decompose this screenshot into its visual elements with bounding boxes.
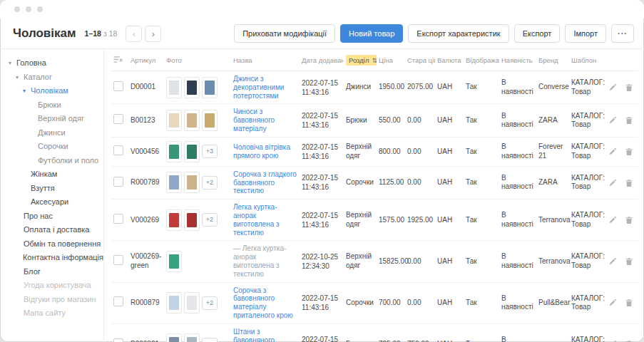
- sidebar-item[interactable]: Футболки и поло: [0, 154, 103, 168]
- product-photo[interactable]: [184, 110, 200, 131]
- sidebar-item[interactable]: Сорочки: [0, 140, 103, 154]
- window-control-close-icon[interactable]: [14, 6, 20, 12]
- row-checkbox[interactable]: [113, 114, 123, 124]
- product-name-link[interactable]: Чиноси з бавовняного матеріалу: [233, 108, 297, 133]
- sidebar-item[interactable]: Оплата і доставка: [0, 223, 103, 237]
- edit-icon[interactable]: [608, 257, 617, 266]
- more-photos-badge[interactable]: +2: [202, 213, 218, 227]
- row-checkbox[interactable]: [113, 255, 123, 265]
- row-checkbox[interactable]: [113, 214, 123, 224]
- sidebar-item[interactable]: Брюки: [0, 98, 103, 113]
- product-photo[interactable]: [184, 292, 200, 314]
- product-photo[interactable]: [166, 77, 182, 98]
- edit-icon[interactable]: [608, 216, 617, 224]
- product-photo[interactable]: [166, 333, 182, 342]
- sidebar-item[interactable]: Аксесуари: [0, 195, 103, 209]
- sidebar-item[interactable]: Контактна інформація: [0, 251, 103, 265]
- hide-modifications-button[interactable]: Приховати модифікації: [234, 24, 335, 43]
- product-photo[interactable]: [166, 209, 182, 231]
- product-name-link[interactable]: Штани з бавовняного матеріалу прямого кр…: [233, 328, 297, 342]
- table-row: R000879 +2 Сорочка з бавовняного матеріа…: [111, 282, 638, 323]
- delete-icon[interactable]: [625, 179, 633, 187]
- product-name-link[interactable]: Чоловіча вітрівка прямого крою: [233, 143, 297, 160]
- product-photo[interactable]: [202, 77, 218, 98]
- more-photos-badge[interactable]: +2: [202, 176, 218, 190]
- product-photo[interactable]: [166, 172, 182, 193]
- delete-icon[interactable]: [625, 257, 633, 266]
- product-photo[interactable]: [184, 77, 200, 98]
- row-checkbox[interactable]: [113, 81, 123, 91]
- pagination-prev-button[interactable]: ‹: [126, 26, 142, 42]
- pagination-next-button[interactable]: ›: [145, 26, 161, 42]
- chevron-down-icon[interactable]: ▾: [16, 71, 21, 85]
- edit-icon[interactable]: [608, 147, 617, 156]
- sidebar-item[interactable]: Обмін та повернення: [0, 237, 103, 252]
- delete-icon[interactable]: [625, 216, 633, 224]
- column-header-availability[interactable]: Наявність: [499, 49, 536, 71]
- new-product-button[interactable]: Новий товар: [340, 24, 403, 43]
- import-button[interactable]: Імпорт: [565, 24, 606, 43]
- edit-icon[interactable]: [608, 116, 617, 125]
- product-name-link[interactable]: — Легка куртка-анорак виготовлена з текс…: [233, 244, 297, 278]
- product-photo[interactable]: [184, 172, 200, 193]
- sidebar-item[interactable]: Про нас: [0, 209, 103, 224]
- sidebar-item[interactable]: ▾Чоловікам: [0, 84, 103, 98]
- column-header-photo[interactable]: Фото: [164, 49, 231, 71]
- column-header-display[interactable]: Відображати: [464, 49, 499, 71]
- product-photo[interactable]: [166, 141, 182, 162]
- export-button[interactable]: Експорт: [514, 24, 561, 43]
- product-name-link[interactable]: Сорочка з гладкого бавовняного текстилю: [233, 170, 297, 195]
- column-header-old-price[interactable]: Стара ціна: [405, 49, 435, 71]
- product-name-link[interactable]: Джинси з декоративними потертостями: [233, 75, 297, 100]
- sidebar-item[interactable]: ▾Каталог: [0, 71, 103, 85]
- edit-icon[interactable]: [608, 179, 617, 187]
- edit-icon[interactable]: [608, 83, 617, 92]
- product-photo[interactable]: [166, 110, 182, 131]
- delete-icon[interactable]: [625, 299, 633, 307]
- product-photo[interactable]: [184, 141, 200, 162]
- window-control-maximize-icon[interactable]: [37, 6, 43, 12]
- active-sort-column[interactable]: Розділ ⇅: [346, 55, 377, 66]
- product-photo[interactable]: [202, 110, 218, 131]
- product-name-link[interactable]: Легка куртка-анорак виготовлена з тексти…: [233, 203, 297, 237]
- product-photo[interactable]: [184, 333, 200, 342]
- sidebar-item[interactable]: Відгуки про магазин: [0, 293, 103, 307]
- row-checkbox[interactable]: [113, 296, 123, 306]
- column-header-sku[interactable]: Артикул: [128, 49, 164, 71]
- column-header-brand[interactable]: Бренд: [536, 49, 569, 71]
- column-header-currency[interactable]: Валюта: [435, 49, 464, 71]
- more-options-button[interactable]: ···: [611, 24, 634, 43]
- sidebar-item[interactable]: Блог: [0, 265, 103, 279]
- delete-icon[interactable]: [625, 147, 633, 156]
- delete-icon[interactable]: [625, 116, 633, 125]
- sidebar-item[interactable]: Джинси: [0, 126, 103, 140]
- row-checkbox[interactable]: [113, 145, 123, 155]
- column-header-price[interactable]: Ціна: [377, 49, 405, 71]
- row-checkbox[interactable]: [113, 177, 123, 187]
- sidebar-item[interactable]: ▾Головна: [0, 56, 103, 71]
- sidebar-item[interactable]: Жінкам: [0, 167, 103, 182]
- more-photos-badge[interactable]: +3: [202, 145, 218, 158]
- product-name-link[interactable]: Сорочка з бавовняного матеріалу притален…: [233, 286, 297, 320]
- chevron-down-icon[interactable]: ▾: [23, 84, 29, 98]
- export-characteristics-button[interactable]: Експорт характеристик: [408, 24, 508, 43]
- product-photo[interactable]: [166, 292, 182, 314]
- sidebar-item[interactable]: Угода користувача: [0, 279, 103, 293]
- column-header-date[interactable]: Дата додавання: [300, 49, 344, 71]
- sidebar-item[interactable]: Мапа сайту: [0, 306, 103, 321]
- row-checkbox[interactable]: [113, 338, 123, 342]
- column-header-template[interactable]: Шаблон: [569, 49, 606, 71]
- more-photos-badge[interactable]: +2: [202, 296, 218, 310]
- column-header-name[interactable]: Назва: [231, 49, 300, 71]
- edit-icon[interactable]: [608, 299, 617, 307]
- delete-icon[interactable]: [625, 83, 633, 92]
- sort-direction-icon[interactable]: ⇅: [372, 57, 377, 64]
- sort-reset-icon[interactable]: [113, 56, 123, 65]
- product-photo[interactable]: [184, 209, 200, 231]
- sidebar-item[interactable]: Верхній одяг: [0, 112, 103, 126]
- sidebar-item[interactable]: Взуття: [0, 182, 103, 196]
- product-photo[interactable]: [166, 251, 182, 272]
- window-control-minimize-icon[interactable]: [26, 6, 31, 12]
- chevron-down-icon[interactable]: ▾: [9, 56, 14, 71]
- more-photos-badge[interactable]: +2: [202, 338, 218, 342]
